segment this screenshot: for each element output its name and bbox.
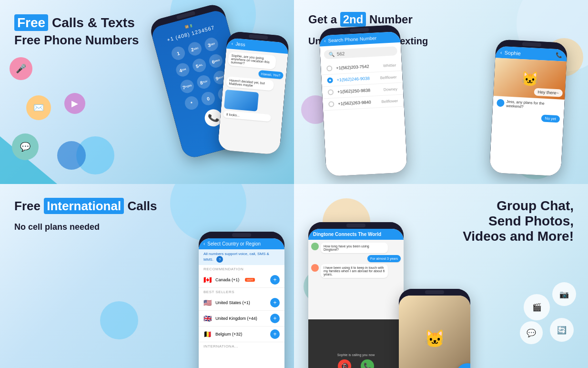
play-bubble: ▶ [64,93,85,114]
chat-msg-4: It looks... [223,111,271,122]
phone-location: Whittier [383,63,396,68]
message-icon: 💬 [20,142,30,152]
international-label: INTERNATIONA... [199,342,284,349]
chat-icon-bubble: 💬 [520,321,543,344]
phone-location: Bellflower [381,99,398,104]
country-uk: 🇬🇧 United Kingdom (+44) + [199,311,284,327]
group-header: Dingtone Connects The World [308,229,404,240]
phone-location: Downey [384,87,397,92]
play-icon: ▶ [71,98,78,109]
country-header: ‹ Select Country or Region [199,238,284,249]
phone-search-number: ‹ Search Phone Number 🔍 562 +1(562)203-7… [319,25,407,176]
q3-subtitle: No cell plans needed [14,222,100,232]
incoming-call-overlay: Sophie is calling you now 📵 Decline 📞 An… [308,319,404,368]
phone-video: 🐱 8minutes 🎤 🔊 ▶ [399,289,470,368]
mic-icon: 🎤 [16,63,26,74]
cat-image: 🐱 Hey there~ [493,58,567,100]
q3-section: Free International Calls No cell plans n… [0,184,294,368]
phone-sophie: ‹ Sophie 📞 🐱 Hey there~ Jess, any plans … [489,39,568,176]
search-bar[interactable]: 🔍 562 [324,46,397,59]
sophie-name: Sophie [504,50,521,56]
q3-title: Free International Calls [14,198,157,215]
no-yet-reply: No yet [541,114,560,123]
chat-image [224,90,259,112]
decline-button[interactable]: 📵 [338,359,351,368]
chat-msg-1: Sophie, are you going anywhere on vacati… [228,51,276,70]
group-msg-1: How long have you been using Dingtone? [311,243,401,253]
hey-bubble: Hey there~ [534,88,563,97]
answer-action: 📞 Answer [361,359,374,368]
phone-group-chat: Dingtone Connects The World How long hav… [308,222,404,368]
mic-bubble: 🎤 [10,57,32,80]
refresh-icon-bubble: 🔄 [550,318,574,342]
phone-number-list: +1(562)203-7542Whittier+1(562)246-9038Be… [321,59,404,111]
q4-title: Group Chat, Send Photos, Videos and More… [463,198,574,244]
country-canada: 🇨🇦 Canada (+1) HOT + [199,272,284,288]
chat-msg-2: Hawaii, You? [258,70,284,80]
mail-bubble: ✉️ [26,95,51,120]
radio-button [328,89,334,95]
decline-action: 📵 Decline [338,359,351,368]
phone-number: +1(562)203-7542 [336,64,369,71]
phone-number: +1(562)250-9838 [337,88,371,94]
chat-msg-3: Haven't decided yet, but Maldives maybe [226,76,274,91]
chat-contact-name: Jess [235,41,245,47]
q1-title: Free Calls & Texts Free Phone Numbers [14,14,139,49]
info-text: All numbers support voice, call, SMS & M… [199,249,284,265]
country-belgium: 🇧🇪 Belgium (+32) + [199,327,284,342]
group-msg-3: I have been using it to keep in touch wi… [311,264,401,278]
chat-messages: Sophie, are you going anywhere on vacati… [217,49,288,155]
free-highlight: Free [14,14,48,31]
country-us: 🇺🇸 United States (+1) + [199,295,284,311]
q4-section: Group Chat, Send Photos, Videos and More… [294,184,588,368]
phone-chat: ‹ Jess Sophie, are you going anywhere on… [217,31,289,155]
phone-number: +1(562)263-9840 [338,100,371,106]
radio-button [328,101,335,107]
phone-country-select: ‹ Select Country or Region All numbers s… [199,232,284,368]
camera-icon-bubble: 📷 [552,282,576,306]
deco-q3-2 [100,301,138,339]
message-bubble: 💬 [12,133,39,160]
radio-button [326,65,333,72]
call-text: Sophie is calling you now [337,353,375,357]
radio-button [327,77,333,83]
q2-title: Get a 2nd Number [308,12,413,27]
2nd-highlight: 2nd [340,12,366,27]
phone-location: Bellflower [380,75,397,80]
q1-section: 🎤 ✉️ ▶ 💬 Free Calls & Texts Free Phone N… [0,0,294,184]
phone-number: +1(562)246-9038 [336,76,370,82]
international-highlight: International [44,198,124,214]
deco-blue-circle [57,141,86,170]
country-list: RECOMMENDATION 🇨🇦 Canada (+1) HOT + BEST… [199,265,284,368]
film-icon-bubble: 🎬 [524,294,550,320]
q2-section: Get a 2nd Number Unlimited calling & tex… [294,0,588,184]
best-sellers-label: BEST SELLERS [199,288,284,295]
call-action-buttons: 📵 Decline 📞 Answer [338,359,374,368]
mail-icon: ✉️ [33,102,44,113]
group-msg-2: For almost 3 years [311,255,401,262]
answer-button[interactable]: 📞 [361,359,374,368]
cat-video-image: 🐱 [399,296,470,368]
recommendation-label: RECOMMENDATION [199,265,284,272]
